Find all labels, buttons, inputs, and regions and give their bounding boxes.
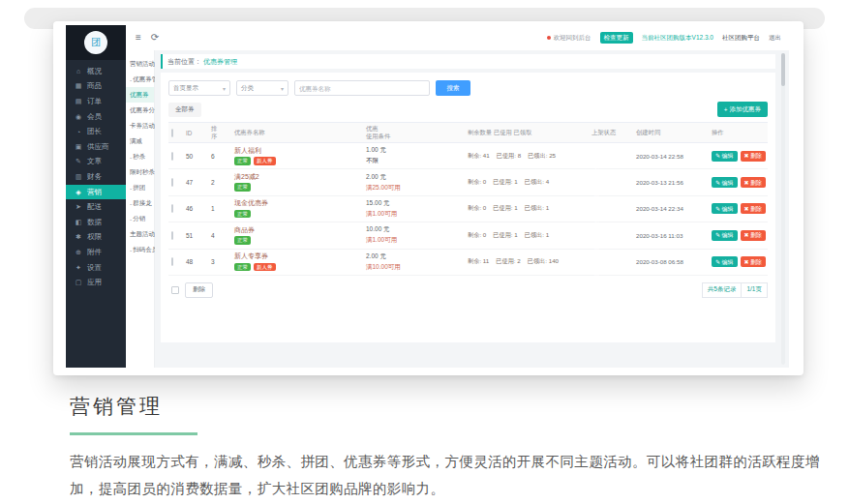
screenshot-card: 团 ⌂ 概况 ▦ 商品 bbox=[53, 21, 804, 375]
cell-sort: 6 bbox=[211, 153, 234, 160]
goods-icon: ▦ bbox=[75, 82, 82, 90]
intro-section: 营销管理 营销活动展现方式有，满减、秒杀、拼团、优惠券等形式，方便灵活的开展不同… bbox=[70, 393, 822, 503]
coupon-price: 10.00 元 bbox=[366, 225, 468, 234]
cell-created: 2020-03-13 21:56 bbox=[636, 179, 712, 186]
logout-link[interactable]: 退出 bbox=[769, 34, 781, 43]
chevron-down-icon: ▾ bbox=[223, 85, 226, 92]
delete-button[interactable]: ✖ 删除 bbox=[741, 256, 767, 267]
coupon-name[interactable]: 满25减2 bbox=[234, 173, 366, 181]
sidebar-item[interactable]: ✎ 文章 bbox=[66, 155, 126, 170]
logo-avatar[interactable]: 团 bbox=[84, 31, 107, 54]
scrollbar[interactable] bbox=[781, 53, 785, 365]
admin-app: 团 ⌂ 概况 ▦ 商品 bbox=[66, 25, 789, 368]
sidebar-item[interactable]: ⊕ 附件 bbox=[66, 245, 126, 260]
cell-stats: 剩余: 0 已使用: 1 已领出: 4 bbox=[468, 178, 591, 187]
submenu-item[interactable]: 限时秒杀 bbox=[126, 164, 154, 180]
select-all-checkbox[interactable] bbox=[171, 129, 173, 137]
sidebar-item-label: 团长 bbox=[87, 127, 102, 136]
sidebar-item[interactable]: ◈ 营销 bbox=[66, 185, 126, 200]
page-indicator[interactable]: 1/1页 bbox=[742, 282, 768, 298]
toolbar-row: 全部券 + 添加优惠券 bbox=[168, 102, 768, 117]
sidebar-item[interactable]: ▤ 订单 bbox=[66, 94, 126, 109]
row-checkbox[interactable] bbox=[171, 257, 173, 266]
sidebar-item-label: 概况 bbox=[87, 67, 102, 76]
edit-button[interactable]: ✎ 编辑 bbox=[712, 256, 738, 267]
used-count: 已使用: 8 bbox=[497, 152, 521, 161]
edit-button[interactable]: ✎ 编辑 bbox=[712, 203, 738, 214]
delete-button[interactable]: ✖ 删除 bbox=[741, 177, 767, 188]
search-button[interactable]: 搜索 bbox=[436, 80, 470, 96]
tab-all-coupons[interactable]: 全部券 bbox=[168, 103, 201, 117]
sidebar-item[interactable]: ▢ 应用 bbox=[66, 275, 126, 290]
row-checkbox[interactable] bbox=[171, 152, 173, 161]
submenu-item-label: 拼团 bbox=[133, 184, 145, 193]
sidebar-item[interactable]: ✦ 设置 bbox=[66, 260, 126, 276]
cell-created: 2020-03-14 22:34 bbox=[636, 205, 712, 212]
submenu-item[interactable]: 满减 bbox=[126, 133, 154, 149]
submenu-item[interactable]: 主题活动 bbox=[126, 226, 154, 242]
row-checkbox[interactable] bbox=[171, 178, 173, 187]
add-coupon-button[interactable]: + 添加优惠券 bbox=[717, 102, 768, 117]
sidebar-item[interactable]: ➤ 配送 bbox=[66, 199, 126, 215]
submenu: 营销活动 - 优惠券管理 优惠券 优惠券分组 bbox=[126, 50, 155, 368]
check-update-button[interactable]: 检查更新 bbox=[600, 32, 633, 44]
delete-button[interactable]: ✖ 删除 bbox=[741, 203, 767, 214]
submenu-item[interactable]: - 秒杀 bbox=[126, 149, 154, 164]
status-badge: 正常 bbox=[234, 236, 251, 245]
breadcrumb-current[interactable]: 优惠券管理 bbox=[203, 57, 237, 67]
scrollbar-thumb[interactable] bbox=[781, 53, 785, 86]
edit-button[interactable]: ✎ 编辑 bbox=[712, 177, 738, 188]
submenu-item[interactable]: - 优惠券管理 bbox=[126, 72, 154, 87]
sidebar-item[interactable]: ▦ 商品 bbox=[66, 79, 126, 95]
edit-button[interactable]: ✎ 编辑 bbox=[712, 151, 738, 162]
cross-icon: ✖ bbox=[744, 180, 749, 186]
submenu-item[interactable]: 营销活动 bbox=[126, 56, 154, 72]
refresh-icon[interactable]: ⟳ bbox=[151, 33, 159, 43]
coupon-name[interactable]: 新人福利 bbox=[234, 147, 366, 155]
submenu-item[interactable]: 优惠券分组 bbox=[126, 103, 154, 118]
category-select[interactable]: 分类 ▾ bbox=[236, 80, 288, 96]
coupon-name[interactable]: 新人专享券 bbox=[234, 252, 366, 260]
submenu-item[interactable]: 优惠券 bbox=[126, 87, 154, 103]
sidebar-item[interactable]: ▥ 财务 bbox=[66, 169, 126, 185]
display-select[interactable]: 首页显示 ▾ bbox=[168, 80, 230, 96]
col-created: 创建时间 bbox=[636, 129, 712, 137]
sidebar-item[interactable]: ◉ 会员 bbox=[66, 109, 126, 125]
submenu-item[interactable]: - 扫码会员卡 bbox=[126, 242, 154, 257]
collapse-dash-icon: - bbox=[130, 154, 132, 161]
sidebar-item[interactable]: ✱ 权限 bbox=[66, 230, 126, 246]
sidebar-item[interactable]: ◧ 数据 bbox=[66, 215, 126, 230]
delete-button[interactable]: ✖ 删除 bbox=[741, 230, 767, 241]
row-checkbox[interactable] bbox=[171, 231, 173, 240]
row-checkbox[interactable] bbox=[171, 204, 173, 213]
coupon-price: 2.00 元 bbox=[366, 252, 468, 261]
pencil-icon: ✎ bbox=[715, 153, 720, 159]
submenu-item-label: 主题活动 bbox=[130, 230, 155, 239]
remain-count: 剩余: 0 bbox=[468, 178, 486, 187]
settings-icon: ✦ bbox=[75, 264, 82, 272]
cell-name: 商品券 正常 bbox=[234, 226, 366, 245]
sidebar-item-label: 订单 bbox=[87, 97, 102, 106]
submenu-item[interactable]: - 分销 bbox=[126, 211, 154, 226]
sidebar-item[interactable]: ◔ 团长 bbox=[66, 124, 126, 139]
coupon-name[interactable]: 商品券 bbox=[234, 226, 366, 234]
coupon-name[interactable]: 现金优惠券 bbox=[234, 199, 366, 207]
submenu-item[interactable]: - 群接龙 bbox=[126, 195, 154, 211]
main-menu: ⌂ 概况 ▦ 商品 ▤ 订单 bbox=[66, 60, 126, 290]
coupon-name-input[interactable] bbox=[294, 80, 430, 96]
submenu-item[interactable]: - 拼团 bbox=[126, 180, 154, 195]
table-body: 50 6 新人福利 正常 新人券 bbox=[168, 143, 768, 276]
submenu-item[interactable]: 卡券活动 bbox=[126, 118, 154, 133]
batch-delete-button[interactable]: 删除 bbox=[185, 282, 213, 298]
cell-actions: ✎ 编辑 ✖ 删除 bbox=[712, 151, 768, 162]
delete-button[interactable]: ✖ 删除 bbox=[741, 151, 767, 162]
cell-benefit: 15.00 元 满1.00可用 bbox=[366, 199, 468, 219]
cell-actions: ✎ 编辑 ✖ 删除 bbox=[712, 256, 768, 267]
submenu-item-label: 营销活动 bbox=[130, 60, 155, 69]
edit-button[interactable]: ✎ 编辑 bbox=[712, 230, 738, 241]
col-id: ID bbox=[186, 130, 211, 136]
footer-select-checkbox[interactable] bbox=[171, 286, 179, 294]
sidebar-item[interactable]: ▣ 供应商 bbox=[66, 139, 126, 155]
hamburger-icon[interactable]: ≡ bbox=[136, 33, 141, 43]
sidebar-item[interactable]: ⌂ 概况 bbox=[66, 64, 126, 79]
